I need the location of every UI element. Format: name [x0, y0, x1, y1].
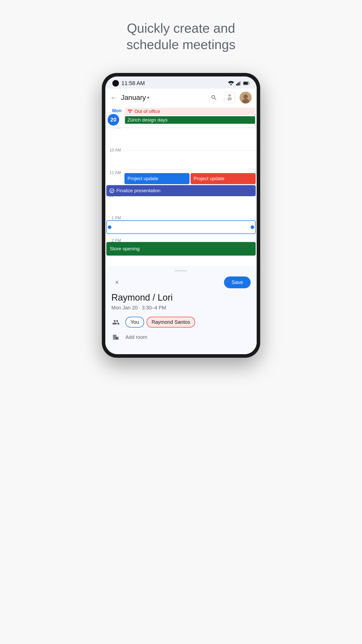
zurich-label: Zürich design days — [127, 117, 167, 123]
time-label-12pm: 12 PM — [105, 193, 123, 216]
task-check-icon — [109, 188, 114, 193]
add-room-section: Add room — [111, 333, 251, 342]
svg-rect-2 — [239, 82, 240, 86]
allday-row: Mon 20 📅 Out of office Zürich design day… — [105, 107, 257, 128]
allday-events-cell: 📅 Out of office Zürich design days — [123, 107, 257, 128]
calendar-nav: ← January ▾ 📅 20 — [105, 89, 257, 107]
day-abbr: Mon — [105, 108, 121, 113]
search-icon — [211, 94, 217, 101]
time-label-blank: 7 AM — [105, 128, 123, 148]
user-avatar[interactable] — [240, 92, 252, 104]
people-icon — [111, 318, 120, 327]
allday-label: Mon 20 — [105, 107, 123, 128]
status-bar-left: 11:58 AM — [112, 80, 145, 87]
store-opening-event[interactable]: Store opening — [106, 242, 256, 256]
time-slot-12pm — [123, 196, 257, 218]
status-bar-right — [228, 81, 250, 86]
ooo-label: Out of office — [134, 109, 160, 114]
calendar-today-button[interactable]: 📅 20 — [224, 92, 235, 103]
drag-event[interactable] — [106, 220, 256, 234]
add-room-button[interactable]: Add room — [125, 334, 147, 340]
time-row-blank: 7 AM — [105, 128, 257, 150]
wifi-icon — [228, 81, 234, 86]
bottom-sheet: × Save Raymond / Lori Mon Jan 20 · 3:30–… — [105, 266, 257, 354]
svg-point-9 — [110, 189, 114, 193]
status-bar: 11:58 AM — [105, 76, 257, 89]
room-icon — [111, 333, 120, 342]
status-time: 11:58 AM — [121, 80, 145, 87]
search-button[interactable] — [208, 92, 219, 103]
ooo-icon: 📅 — [127, 109, 132, 114]
phone-shell: 11:58 AM — [102, 73, 260, 358]
event-title: Raymond / Lori — [111, 292, 251, 303]
room-svg-icon — [112, 333, 120, 341]
time-row-12pm: 12 PM — [105, 196, 257, 218]
nav-icons: 📅 20 — [208, 92, 252, 104]
time-label-10am: 10 AM — [105, 148, 123, 171]
month-dropdown-icon: ▾ — [147, 95, 149, 100]
save-button[interactable]: Save — [224, 276, 251, 288]
out-of-office-event[interactable]: 📅 Out of office — [125, 108, 255, 115]
calendar-date-badge: 20 — [228, 97, 232, 101]
phone-screen: 11:58 AM — [105, 76, 257, 354]
time-slot-blank — [123, 128, 257, 150]
svg-rect-1 — [237, 83, 238, 86]
camera-hole — [112, 80, 119, 87]
time-row-10am: 10 AM — [105, 150, 257, 173]
close-button[interactable]: × — [111, 277, 122, 288]
avatar-icon — [240, 92, 252, 104]
day-number-circle[interactable]: 20 — [108, 114, 119, 126]
time-slot-10am — [123, 150, 257, 173]
battery-icon — [243, 82, 250, 85]
sheet-header: × Save — [111, 276, 251, 288]
svg-rect-5 — [244, 82, 248, 85]
project-update-red-event[interactable]: Project update — [191, 173, 256, 184]
event-datetime: Mon Jan 20 · 3:30–4 PM — [111, 305, 251, 311]
you-chip[interactable]: You — [125, 317, 144, 328]
svg-point-8 — [242, 99, 249, 103]
signal-icon — [236, 81, 241, 86]
people-svg-icon — [112, 318, 120, 326]
people-chips: You Raymond Santos — [125, 317, 195, 328]
svg-rect-3 — [240, 81, 241, 86]
raymond-santos-chip[interactable]: Raymond Santos — [147, 317, 195, 328]
svg-point-7 — [243, 94, 248, 99]
svg-rect-0 — [236, 84, 237, 86]
calendar-app: ← January ▾ 📅 20 — [105, 89, 257, 354]
zurich-event[interactable]: Zürich design days — [125, 116, 255, 124]
drag-handle-left[interactable] — [108, 225, 111, 229]
month-label: January — [121, 94, 146, 102]
finalize-label: Finalize presentation — [116, 188, 160, 193]
drag-handle-right[interactable] — [251, 225, 254, 229]
finalize-presentation-event[interactable]: Finalize presentation — [106, 185, 256, 196]
time-grid: 7 AM 10 AM 11 AM 12 PM — [105, 128, 257, 264]
page-headline: Quickly create andschedule meetings — [126, 20, 236, 53]
people-section: You Raymond Santos — [111, 317, 251, 328]
month-selector[interactable]: January ▾ — [121, 94, 205, 102]
project-update-blue-event[interactable]: Project update — [124, 173, 190, 184]
back-button[interactable]: ← — [109, 93, 118, 103]
11am-events: Project update Project update — [123, 173, 257, 184]
sheet-drag-indicator[interactable] — [175, 270, 187, 271]
